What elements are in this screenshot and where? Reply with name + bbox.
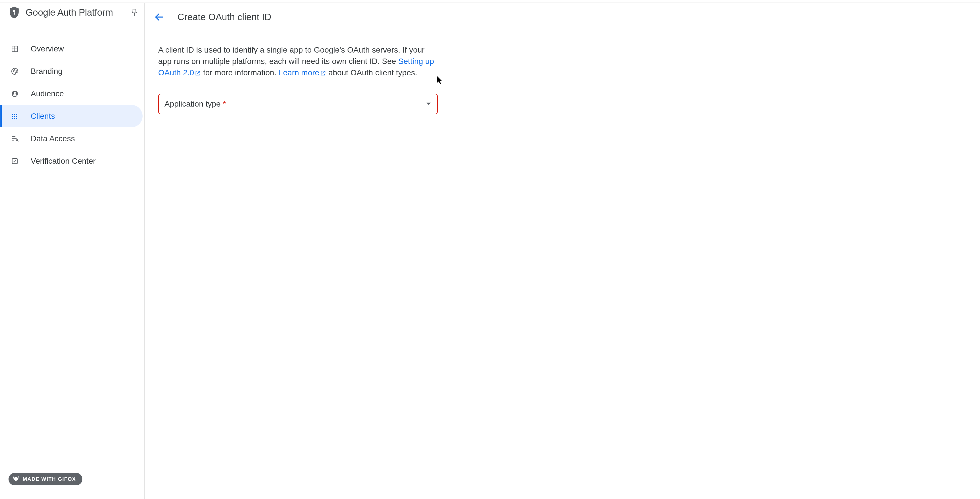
- main-header: Create OAuth client ID: [145, 3, 980, 31]
- svg-point-21: [16, 139, 18, 141]
- svg-point-0: [13, 10, 15, 12]
- external-link-icon: [320, 70, 326, 77]
- svg-rect-15: [12, 118, 13, 119]
- svg-rect-14: [16, 116, 18, 117]
- made-with-gifox-badge[interactable]: MADE WITH GIFOX: [8, 473, 83, 485]
- svg-rect-13: [14, 116, 15, 117]
- nav-label: Data Access: [31, 134, 75, 143]
- top-divider: [0, 0, 980, 3]
- select-label: Application type *: [164, 99, 226, 108]
- apps-icon: [11, 112, 19, 120]
- svg-rect-16: [14, 118, 15, 119]
- nav-label: Clients: [31, 112, 55, 121]
- content-area: A client ID is used to identify a single…: [145, 31, 451, 127]
- badge-text: MADE WITH GIFOX: [23, 476, 76, 482]
- check-square-icon: [11, 157, 19, 165]
- sidebar-item-branding[interactable]: Branding: [0, 60, 144, 83]
- palette-icon: [11, 67, 19, 75]
- description-text: A client ID is used to identify a single…: [158, 44, 438, 78]
- svg-rect-9: [12, 114, 13, 115]
- svg-rect-23: [12, 159, 18, 164]
- account-icon: [11, 90, 19, 98]
- external-link-icon: [194, 70, 201, 77]
- page-title: Create OAuth client ID: [178, 12, 271, 22]
- svg-rect-11: [16, 114, 18, 115]
- dashboard-icon: [11, 45, 19, 53]
- learn-more-link[interactable]: Learn more: [278, 68, 326, 77]
- svg-rect-12: [12, 116, 13, 117]
- sidebar-item-clients[interactable]: Clients: [0, 105, 143, 127]
- nav-label: Branding: [31, 67, 62, 76]
- pin-icon[interactable]: [130, 9, 138, 16]
- svg-point-7: [14, 69, 15, 70]
- sidebar-header: Google Auth Platform: [0, 3, 144, 24]
- sidebar-item-data-access[interactable]: Data Access: [0, 127, 144, 150]
- sidebar-item-audience[interactable]: Audience: [0, 83, 144, 105]
- filter-icon: [11, 135, 19, 143]
- dropdown-arrow-icon: [426, 102, 431, 106]
- svg-rect-1: [14, 12, 14, 15]
- svg-point-6: [13, 70, 14, 71]
- application-type-select[interactable]: Application type *: [158, 94, 438, 114]
- desc-text-3: about OAuth client types.: [326, 68, 417, 77]
- fox-icon: [13, 475, 19, 483]
- sidebar-item-verification-center[interactable]: Verification Center: [0, 150, 144, 172]
- sidebar: Google Auth Platform Overview: [0, 3, 145, 499]
- sidebar-item-overview[interactable]: Overview: [0, 38, 144, 60]
- shield-key-icon: [8, 7, 20, 18]
- desc-text-1: A client ID is used to identify a single…: [158, 45, 425, 65]
- desc-text-2: for more information.: [201, 68, 278, 77]
- platform-title: Google Auth Platform: [25, 7, 113, 18]
- svg-point-8: [16, 70, 17, 71]
- svg-rect-10: [14, 114, 15, 115]
- nav-label: Overview: [31, 44, 64, 53]
- svg-line-22: [18, 141, 19, 142]
- main-content: Create OAuth client ID A client ID is us…: [145, 3, 980, 499]
- nav-list: Overview Branding: [0, 24, 144, 172]
- svg-rect-2: [14, 13, 15, 14]
- nav-label: Verification Center: [31, 156, 96, 166]
- back-button[interactable]: [153, 11, 165, 23]
- svg-rect-17: [16, 118, 18, 119]
- nav-label: Audience: [31, 89, 64, 98]
